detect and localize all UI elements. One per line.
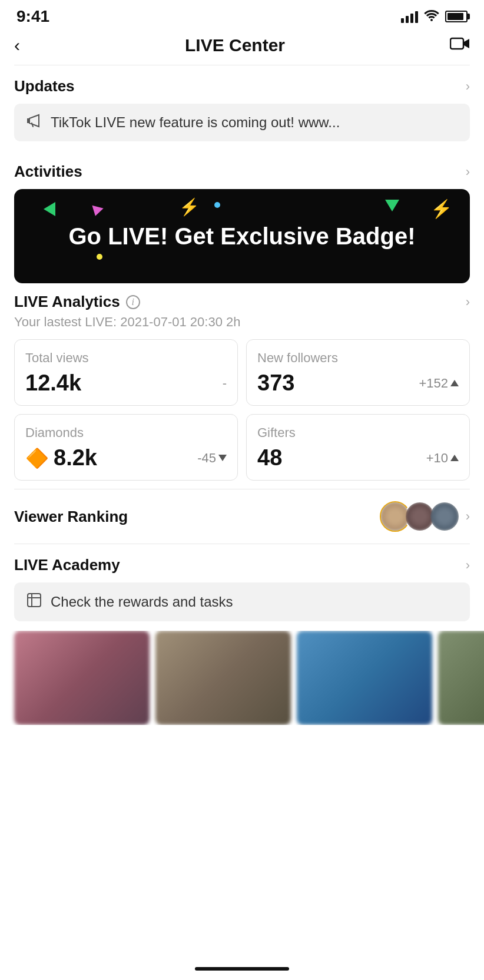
gifters-label: Gifters — [257, 425, 459, 441]
live-academy-header[interactable]: LIVE Academy › — [0, 544, 484, 582]
updates-chevron-icon: › — [466, 79, 470, 94]
svg-rect-2 — [28, 594, 41, 607]
total-views-row: 12.4k - — [25, 370, 227, 396]
triangle-green-left-icon — [44, 202, 55, 216]
signal-bar-3 — [410, 14, 413, 23]
diamonds-change: -45 — [197, 451, 227, 466]
avatar-group — [380, 501, 460, 532]
live-academy-section: LIVE Academy › Check the rewards and tas… — [0, 544, 484, 621]
wifi-icon — [424, 8, 439, 25]
status-bar: 9:41 — [0, 0, 484, 29]
new-followers-change: +152 — [419, 376, 459, 391]
viewer-ranking-title: Viewer Ranking — [14, 508, 128, 526]
new-followers-row: 373 +152 — [257, 370, 459, 396]
status-icons — [401, 8, 468, 25]
live-academy-title: LIVE Academy — [14, 556, 120, 574]
gifters-arrow-up-icon — [450, 455, 459, 461]
avatar-3-image — [430, 502, 459, 531]
diamonds-row: 🔶 8.2k -45 — [25, 445, 227, 471]
gifters-change: +10 — [426, 451, 459, 466]
rewards-icon — [26, 592, 42, 612]
signal-bar-1 — [401, 18, 404, 23]
analytics-section: LIVE Analytics i › Your lastest LIVE: 20… — [0, 293, 484, 481]
camera-button[interactable] — [450, 36, 470, 55]
updates-banner-text: TikTok LIVE new feature is coming out! w… — [51, 114, 340, 131]
thumbnail-1[interactable] — [14, 631, 150, 725]
megaphone-icon — [26, 113, 42, 132]
analytics-section-header[interactable]: LIVE Analytics i › — [14, 293, 470, 314]
new-followers-card: New followers 373 +152 — [246, 339, 470, 406]
page-title: LIVE Center — [185, 35, 285, 55]
rewards-banner[interactable]: Check the rewards and tasks — [14, 582, 470, 621]
live-academy-chevron-icon: › — [466, 558, 470, 573]
diamond-icon: 🔶 — [25, 447, 49, 469]
activities-chevron-icon: › — [466, 164, 470, 180]
diamonds-card: Diamonds 🔶 8.2k -45 — [14, 414, 238, 481]
analytics-last-live: Your lastest LIVE: 2021-07-01 20:30 2h — [14, 314, 470, 330]
analytics-chevron-icon: › — [466, 294, 470, 310]
phone-frame: 9:41 ‹ LIVE Center Updates › — [0, 0, 484, 980]
bolt-center-icon: ⚡ — [179, 197, 200, 217]
activities-banner[interactable]: ⚡ ⚡ Go LIVE! Get Exclusive Badge! — [14, 189, 470, 283]
total-views-value: 12.4k — [25, 370, 81, 396]
triangle-green-icon — [385, 200, 399, 211]
thumbnail-3[interactable] — [297, 631, 432, 725]
dot-yellow-icon — [97, 254, 102, 260]
bolt-top-right-icon: ⚡ — [430, 198, 452, 219]
triangle-pink-icon — [89, 206, 103, 218]
total-views-card: Total views 12.4k - — [14, 339, 238, 406]
avatar-1-image — [381, 502, 409, 531]
activities-banner-text: Go LIVE! Get Exclusive Badge! — [68, 223, 415, 250]
updates-section-header[interactable]: Updates › — [0, 65, 484, 104]
viewer-ranking-section[interactable]: Viewer Ranking › — [0, 489, 484, 544]
avatar-2-image — [406, 502, 434, 531]
analytics-title-row: LIVE Analytics i — [14, 293, 140, 311]
diamonds-value: 🔶 8.2k — [25, 445, 97, 471]
battery-fill — [447, 13, 463, 20]
diamonds-value-text: 8.2k — [54, 445, 97, 471]
info-icon[interactable]: i — [126, 295, 140, 309]
battery-icon — [445, 11, 468, 22]
activities-title: Activities — [14, 163, 82, 181]
updates-banner[interactable]: TikTok LIVE new feature is coming out! w… — [14, 104, 470, 141]
total-views-label: Total views — [25, 350, 227, 366]
stats-grid: Total views 12.4k - New followers 373 +1… — [14, 339, 470, 481]
activities-section-header[interactable]: Activities › — [0, 151, 484, 189]
updates-title: Updates — [14, 77, 75, 95]
svg-marker-1 — [464, 39, 469, 48]
viewer-ranking-chevron-icon: › — [466, 509, 470, 524]
signal-bar-2 — [406, 16, 409, 23]
status-time: 9:41 — [16, 7, 49, 26]
viewer-ranking-right: › — [380, 501, 470, 532]
new-followers-label: New followers — [257, 350, 459, 366]
total-views-change: - — [223, 376, 227, 391]
top-nav: ‹ LIVE Center — [0, 29, 484, 65]
new-followers-value: 373 — [257, 370, 294, 396]
gifters-row: 48 +10 — [257, 445, 459, 471]
signal-bar-4 — [415, 11, 418, 23]
svg-rect-0 — [450, 38, 463, 49]
gifters-change-text: +10 — [426, 451, 448, 466]
avatar-3 — [429, 501, 460, 532]
diamonds-change-text: -45 — [197, 451, 216, 466]
thumbnail-2[interactable] — [155, 631, 291, 725]
arrow-down-icon — [218, 455, 227, 461]
dot-blue-icon — [214, 202, 220, 208]
thumbnails-row — [0, 631, 484, 725]
rewards-banner-text: Check the rewards and tasks — [51, 594, 233, 610]
gifters-value: 48 — [257, 445, 282, 471]
diamonds-label: Diamonds — [25, 425, 227, 441]
signal-bars-icon — [401, 10, 418, 23]
analytics-title: LIVE Analytics — [14, 293, 120, 311]
arrow-up-icon — [450, 380, 459, 386]
gifters-card: Gifters 48 +10 — [246, 414, 470, 481]
back-button[interactable]: ‹ — [14, 35, 20, 55]
new-followers-change-text: +152 — [419, 376, 448, 391]
thumbnail-4[interactable] — [438, 631, 484, 725]
home-indicator — [195, 967, 289, 971]
